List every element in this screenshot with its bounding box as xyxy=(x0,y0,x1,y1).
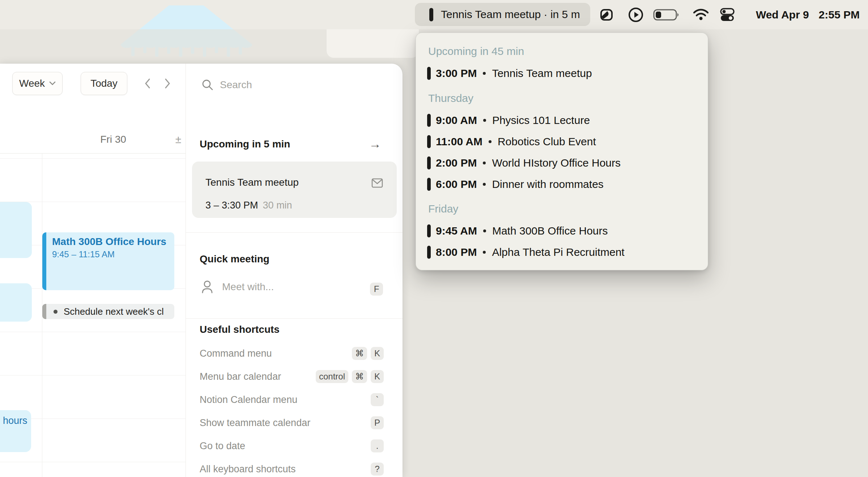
shortcut-key: P xyxy=(371,416,384,429)
calendar-event-partial[interactable]: hours xyxy=(0,410,31,452)
shortcut-key-f: F xyxy=(370,283,383,296)
event-title: Tennis Team meetup xyxy=(492,67,592,80)
shortcut-row: Show teammate calendarP xyxy=(200,411,384,434)
event-color-bar xyxy=(427,178,431,191)
notion-calendar-window: Week Today Fri 30 ± hours Math 300B Offi… xyxy=(0,64,403,477)
event-title: Math 300B Office Hours xyxy=(492,225,608,237)
chevron-down-icon xyxy=(49,81,56,86)
event-title: Robotics Club Event xyxy=(498,136,596,148)
dot-separator-icon xyxy=(483,162,486,164)
shortcut-label: Notion Calendar menu xyxy=(200,394,297,405)
event-time: 8:00 PM xyxy=(436,246,477,258)
day-header: Fri 30 xyxy=(42,134,184,145)
shortcut-row: Go to date. xyxy=(200,434,384,457)
dropdown-section-heading: Thursday xyxy=(428,90,473,106)
event-color-bar xyxy=(427,224,431,237)
shortcut-label: All keyboard shortcuts xyxy=(200,464,296,475)
screen-capture-icon[interactable] xyxy=(599,0,614,29)
search-input[interactable] xyxy=(219,79,342,91)
wifi-icon[interactable] xyxy=(693,0,709,29)
dropdown-event-row[interactable]: 2:00 PMWorld HIstory Office Hours xyxy=(427,155,621,171)
dropdown-event-row[interactable]: 6:00 PMDinner with roommates xyxy=(427,176,604,192)
menubar-calendar-label: Tennis Team meetup · in 5 m xyxy=(441,8,580,21)
chevron-left-icon[interactable] xyxy=(143,78,152,89)
header-divider xyxy=(0,153,186,154)
battery-icon[interactable] xyxy=(653,0,681,29)
play-circle-icon[interactable] xyxy=(627,0,644,29)
menubar-time: 2:55 PM xyxy=(819,9,860,21)
event-time: 9:45 – 11:15 AM xyxy=(52,249,174,259)
menubar-clock[interactable]: Wed Apr 9 2:55 PM xyxy=(756,0,860,29)
menubar-calendar-item[interactable]: Tennis Team meetup · in 5 m xyxy=(415,3,590,26)
shortcuts-list: Command menu⌘KMenu bar calendarcontrol⌘K… xyxy=(200,342,384,477)
event-time: 6:00 PM xyxy=(436,178,477,190)
task-bullet-icon xyxy=(54,310,58,314)
view-selector-button[interactable]: Week xyxy=(12,72,63,95)
calendar-event-partial[interactable] xyxy=(0,283,32,322)
dropdown-event-row[interactable]: 8:00 PMAlpha Theta Pi Recruitment xyxy=(427,244,625,260)
meet-with-input[interactable] xyxy=(221,281,330,293)
shortcut-label: Menu bar calendar xyxy=(200,371,281,382)
calendar-event-partial[interactable] xyxy=(0,202,32,258)
calendar-task-item[interactable]: Schedule next week's cl xyxy=(42,304,174,319)
menubar-calendar-dropdown: Upcoming in 45 min3:00 PMTennis Team mee… xyxy=(416,33,708,270)
timezone-toggle-button[interactable]: ± xyxy=(172,133,184,146)
dot-separator-icon xyxy=(483,229,486,232)
section-divider xyxy=(186,318,403,319)
menubar-date: Wed Apr 9 xyxy=(756,9,809,21)
section-divider xyxy=(186,232,403,233)
dropdown-event-row[interactable]: 9:45 AMMath 300B Office Hours xyxy=(427,223,608,239)
calendar-sidebar: Upcoming in 5 min → Tennis Team meetup 3… xyxy=(186,64,403,477)
card-event-duration: 30 min xyxy=(263,200,292,211)
person-icon xyxy=(201,280,213,294)
event-time: 11:00 AM xyxy=(436,136,482,148)
event-title: Physics 101 Lecture xyxy=(492,114,590,126)
dot-separator-icon xyxy=(483,72,486,75)
dot-separator-icon xyxy=(483,119,486,122)
event-time: 3:00 PM xyxy=(436,67,477,80)
shortcut-label: Go to date xyxy=(200,441,245,452)
event-time: 9:00 AM xyxy=(436,114,477,126)
event-color-bar xyxy=(427,114,431,127)
today-button[interactable]: Today xyxy=(81,72,127,95)
calendar-event-math-office-hours[interactable]: Math 300B Office Hours 9:45 – 11:15 AM xyxy=(42,232,174,290)
today-button-label: Today xyxy=(90,78,118,89)
shortcut-key: control xyxy=(316,370,348,383)
shortcut-row: All keyboard shortcuts? xyxy=(200,457,384,477)
shortcut-label: Show teammate calendar xyxy=(200,417,310,429)
event-title: Math 300B Office Hours xyxy=(52,236,174,248)
upcoming-section-heading: Upcoming in 5 min xyxy=(200,138,290,150)
shortcut-row: Notion Calendar menu` xyxy=(200,388,384,411)
dropdown-event-row[interactable]: 3:00 PMTennis Team meetup xyxy=(427,65,592,81)
email-icon[interactable] xyxy=(371,178,383,188)
upcoming-event-card[interactable]: Tennis Team meetup 3 – 3:30 PM 30 min xyxy=(192,162,397,218)
chevron-right-icon[interactable] xyxy=(163,78,172,89)
event-color-bar xyxy=(427,246,431,259)
event-color-bar xyxy=(42,232,46,290)
shortcut-key: K xyxy=(371,370,384,383)
shortcut-key: K xyxy=(371,347,384,360)
shortcut-key: . xyxy=(371,439,384,452)
card-event-title: Tennis Team meetup xyxy=(205,177,299,188)
task-color-bar xyxy=(42,304,46,319)
event-color-bar xyxy=(427,135,431,148)
search-icon xyxy=(202,79,213,91)
event-time: 2:00 PM xyxy=(436,157,477,169)
shortcut-key: ` xyxy=(371,393,384,406)
dot-separator-icon xyxy=(489,140,492,143)
event-title: World HIstory Office Hours xyxy=(492,157,621,169)
event-color-bar xyxy=(429,8,433,21)
control-center-icon[interactable] xyxy=(720,0,735,29)
quick-meeting-heading: Quick meeting xyxy=(200,253,269,265)
shortcut-key: ⌘ xyxy=(352,347,367,360)
event-title: Dinner with roommates xyxy=(492,178,603,190)
arrow-right-icon[interactable]: → xyxy=(369,137,381,151)
shortcut-key: ? xyxy=(371,463,384,476)
shortcut-row: Menu bar calendarcontrol⌘K xyxy=(200,365,384,388)
card-event-time: 3 – 3:30 PM xyxy=(205,200,258,211)
desktop: Tennis Team meetup · in 5 m Wed Apr 9 2:… xyxy=(0,0,868,477)
dropdown-section-heading: Friday xyxy=(428,201,458,217)
dropdown-event-row[interactable]: 9:00 AMPhysics 101 Lecture xyxy=(427,112,590,128)
dot-separator-icon xyxy=(483,251,486,254)
dropdown-event-row[interactable]: 11:00 AMRobotics Club Event xyxy=(427,134,596,150)
